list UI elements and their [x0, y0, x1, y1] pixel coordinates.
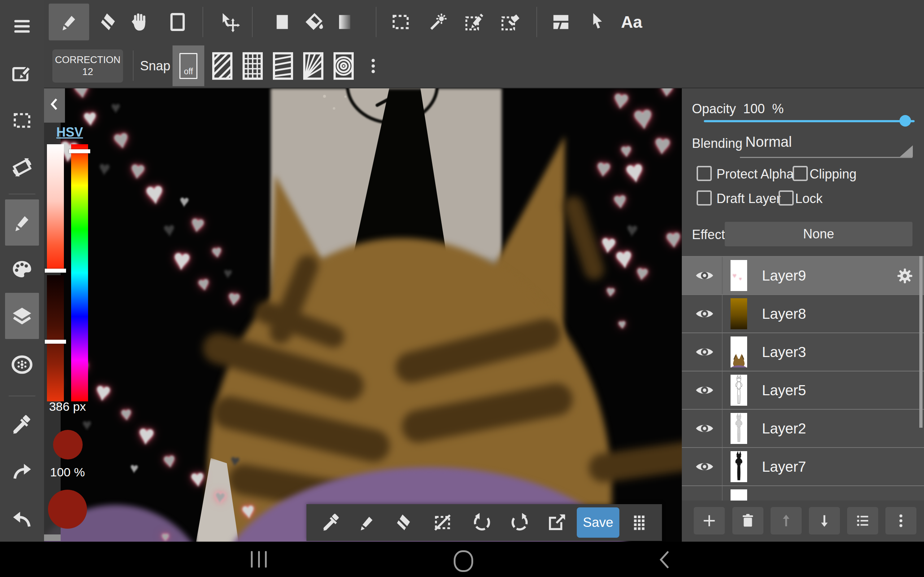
- layer-visibility-toggle[interactable]: [689, 417, 720, 439]
- snap-vanishing-button[interactable]: [297, 45, 329, 86]
- pen-icon[interactable]: [356, 512, 377, 533]
- sidebar-undo-button[interactable]: [5, 496, 39, 542]
- protect-alpha-checkbox[interactable]: [696, 166, 712, 181]
- grid-handle-icon[interactable]: [629, 512, 650, 533]
- layer-thumbnail: [730, 489, 747, 501]
- text-tool-button[interactable]: Aa: [611, 3, 652, 40]
- eraser-icon: [95, 11, 118, 33]
- sidebar-brush-button[interactable]: [5, 200, 39, 246]
- paint-app-window: ♥♥♥♥♥♥♥♥♥♥♥♥♥♥♥♥♥♥♥♥♥♥♥♥♥♥♥♥♥♥♥♥♥♥♥♥♥♥♥♥…: [0, 0, 924, 577]
- sub-toolbar: CORRECTION 12 Snap off: [0, 44, 924, 89]
- correction-button[interactable]: CORRECTION 12: [52, 49, 123, 82]
- sidebar-redo-button[interactable]: [5, 448, 39, 495]
- select-eraser-tool-button[interactable]: [490, 3, 531, 40]
- sidebar-select-button[interactable]: [5, 97, 39, 143]
- select-tool-button[interactable]: [380, 3, 421, 40]
- color-panel-collapse-tab[interactable]: [44, 86, 65, 122]
- hue-bar[interactable]: [71, 144, 88, 401]
- layers-icon: [10, 305, 34, 327]
- canvas-tool-button[interactable]: [157, 3, 198, 40]
- value-bar[interactable]: [47, 275, 64, 401]
- lock-checkbox[interactable]: [779, 190, 794, 206]
- move-tool-button[interactable]: [209, 3, 249, 40]
- layer-visibility-toggle[interactable]: [689, 494, 720, 501]
- hand-tool-button[interactable]: [119, 3, 159, 40]
- drawing-canvas[interactable]: ♥♥♥♥♥♥♥♥♥♥♥♥♥♥♥♥♥♥♥♥♥♥♥♥♥♥♥♥♥♥♥♥♥♥♥♥♥♥♥♥…: [44, 89, 682, 542]
- redo-icon[interactable]: [510, 512, 531, 533]
- layer-visibility-toggle[interactable]: [689, 303, 720, 324]
- sidebar-edit-canvas-button[interactable]: [5, 51, 39, 97]
- eraser-icon[interactable]: [392, 512, 412, 533]
- layer-visibility-toggle[interactable]: [689, 379, 720, 401]
- selection-rect-icon: [10, 109, 34, 132]
- heart-sparkle: ♥: [82, 416, 92, 433]
- recents-button[interactable]: [251, 551, 267, 567]
- undo-icon: [10, 508, 34, 531]
- layer-row[interactable]: [682, 485, 924, 501]
- select-pen-tool-button[interactable]: [454, 3, 494, 40]
- snap-grid-button[interactable]: [237, 45, 268, 86]
- brush-size-preview[interactable]: [53, 430, 82, 459]
- home-button[interactable]: [454, 550, 473, 572]
- hue-marker[interactable]: [69, 149, 90, 153]
- sidebar-material-button[interactable]: [5, 342, 39, 388]
- dropdown-arrow-icon[interactable]: [900, 145, 913, 157]
- snap-circle-icon: [333, 52, 354, 80]
- snap-more-menu-button[interactable]: [357, 45, 389, 86]
- sidebar-rotate-canvas-button[interactable]: [5, 144, 39, 190]
- hsv-mode-link[interactable]: HSV: [56, 125, 83, 140]
- pen-tool-button[interactable]: [49, 3, 89, 40]
- effect-dropdown-button[interactable]: None: [725, 222, 913, 246]
- saturation-bar[interactable]: [47, 144, 64, 271]
- layer-list-options-button[interactable]: [847, 507, 878, 534]
- heart-sparkle: ♥: [665, 226, 682, 252]
- layer-visibility-toggle[interactable]: [689, 265, 720, 286]
- value-marker[interactable]: [45, 340, 66, 344]
- draft-layer-checkbox[interactable]: [696, 190, 712, 206]
- divide-tool-button[interactable]: [541, 3, 581, 40]
- delete-layer-button[interactable]: [732, 507, 763, 534]
- layer-row[interactable]: Layer8: [682, 294, 924, 332]
- clipping-checkbox[interactable]: [793, 166, 808, 181]
- snap-parallel-button[interactable]: [207, 45, 238, 86]
- sidebar-menu-button[interactable]: [5, 3, 39, 49]
- move-layer-up-button[interactable]: [771, 507, 802, 534]
- layer-row[interactable]: Layer2: [682, 409, 924, 447]
- opacity-slider-thumb[interactable]: [900, 115, 911, 127]
- layer-more-menu-button[interactable]: [885, 507, 916, 534]
- brush-opacity-preview[interactable]: [48, 490, 87, 529]
- layer-row[interactable]: Layer5: [682, 371, 924, 409]
- color-picker-icon[interactable]: [321, 512, 342, 533]
- snap-circle-button[interactable]: [328, 45, 360, 86]
- add-layer-button[interactable]: [694, 507, 725, 534]
- sidebar-palette-button[interactable]: [5, 246, 39, 292]
- saturation-marker[interactable]: [45, 269, 66, 272]
- opacity-slider-track[interactable]: [704, 120, 914, 122]
- snap-horizontal-button[interactable]: [267, 45, 299, 86]
- undo-icon[interactable]: [471, 512, 492, 533]
- back-button[interactable]: [656, 550, 672, 569]
- snap-off-button[interactable]: off: [173, 45, 204, 86]
- move-cursor-icon: [218, 11, 241, 33]
- sidebar-layers-button[interactable]: [5, 293, 39, 339]
- toolbar-divider: [376, 7, 376, 37]
- sidebar-eyedropper-button[interactable]: [5, 402, 39, 448]
- layer-settings-gear-icon[interactable]: [895, 266, 914, 285]
- layer-row[interactable]: ♥♥Layer9: [682, 256, 924, 294]
- layer-list-scrollbar[interactable]: [919, 256, 922, 428]
- save-button[interactable]: Save: [577, 508, 619, 538]
- layer-visibility-toggle[interactable]: [689, 341, 720, 363]
- gradient-tool-button[interactable]: [325, 3, 365, 40]
- layer-visibility-toggle[interactable]: [689, 456, 720, 477]
- color-panel-footer-handle[interactable]: [44, 534, 61, 541]
- magic-wand-tool-button[interactable]: [418, 3, 459, 40]
- blending-dropdown-value[interactable]: Normal: [745, 134, 792, 150]
- pen-icon: [58, 11, 80, 33]
- toolbar-divider: [536, 7, 537, 37]
- move-layer-down-button[interactable]: [809, 507, 840, 534]
- export-icon[interactable]: [546, 512, 567, 533]
- layer-row[interactable]: Layer7: [682, 447, 924, 485]
- deselect-icon[interactable]: [432, 512, 453, 533]
- canvas-rect-icon: [166, 11, 189, 33]
- layer-row[interactable]: Layer3: [682, 332, 924, 371]
